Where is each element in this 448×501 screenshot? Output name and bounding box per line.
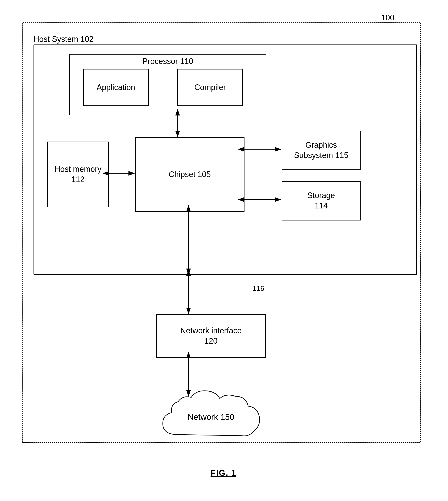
ref-100-label: 100 [381,13,394,22]
storage-label: Storage114 [307,191,335,211]
network-interface-label: Network interface120 [180,326,242,346]
network-interface-box: Network interface120 [156,314,266,358]
storage-box: Storage114 [282,181,361,221]
network-label: Network 150 [188,412,234,422]
processor-label: Processor 110 [142,57,193,66]
application-label: Application [96,82,135,93]
chipset-label: Chipset 105 [169,169,211,180]
compiler-box: Compiler [177,69,243,106]
outer-dashed-box: Host System 102 Processor 110 Applicatio… [22,22,421,443]
graphics-subsystem-box: GraphicsSubsystem 115 [282,131,361,170]
processor-box: Processor 110 Application Compiler [69,54,266,115]
chipset-box: Chipset 105 [135,137,244,212]
application-box: Application [83,69,149,106]
fig-label: FIG. 1 [210,468,236,478]
network-cloud: Network 150 [145,386,277,448]
host-memory-box: Host memory112 [47,142,109,207]
diagram-container: 100 Host System 102 Processor 110 Applic… [17,13,429,482]
graphics-label: GraphicsSubsystem 115 [294,140,348,161]
bus-ref-label: 116 [253,284,264,292]
host-system-box: Processor 110 Application Compiler Host … [33,45,417,275]
host-memory-label: Host memory112 [55,164,101,185]
host-system-label: Host System 102 [33,35,94,44]
compiler-label: Compiler [194,82,226,93]
